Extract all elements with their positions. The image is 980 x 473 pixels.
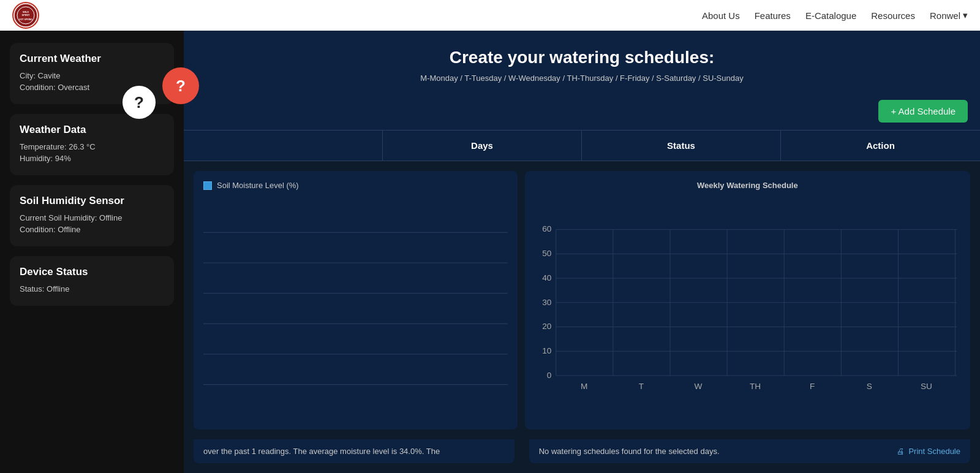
user-menu[interactable]: Ronwel ▾ xyxy=(930,10,968,21)
svg-text:20: 20 xyxy=(542,322,552,331)
city-label: City: Cavite xyxy=(20,71,164,80)
about-us-link[interactable]: About Us xyxy=(702,10,740,21)
bottom-info: over the past 1 readings. The average mo… xyxy=(184,439,980,473)
navbar: WILD SPIRIT HOT SPRING About Us Features… xyxy=(0,0,980,31)
bottom-right-info: No watering schedules found for the sele… xyxy=(529,439,970,463)
charts-area: Soil Moisture Level (%) Weekly xyxy=(184,161,980,439)
svg-text:M: M xyxy=(581,382,587,391)
right-chart-canvas: 60 50 40 30 20 10 0 xyxy=(535,196,960,420)
device-status-card: Device Status Status: Offline xyxy=(10,256,174,306)
soil-humidity-title: Soil Humidity Sensor xyxy=(20,195,164,207)
weather-data-card: Weather Data Temperature: 26.3 °C Humidi… xyxy=(10,114,174,175)
svg-text:HOT SPRING: HOT SPRING xyxy=(19,18,32,21)
user-name: Ronwel xyxy=(930,10,960,21)
printer-icon: 🖨 xyxy=(897,447,905,456)
current-weather-title: Current Weather xyxy=(20,53,164,65)
weather-data-title: Weather Data xyxy=(20,124,164,136)
chart-legend: Soil Moisture Level (%) xyxy=(203,181,508,190)
features-link[interactable]: Features xyxy=(755,10,791,21)
add-schedule-label: + Add Schedule xyxy=(891,106,956,116)
current-soil-label: Current Soil Humidity: Offline xyxy=(20,213,164,222)
svg-text:TH: TH xyxy=(750,382,761,391)
svg-text:30: 30 xyxy=(542,298,552,307)
chart-left-title: Soil Moisture Level (%) xyxy=(217,181,299,190)
help-icon-red[interactable]: ? xyxy=(162,67,199,104)
chevron-down-icon: ▾ xyxy=(963,10,968,21)
device-status-title: Device Status xyxy=(20,266,164,278)
add-schedule-button[interactable]: + Add Schedule xyxy=(878,100,968,123)
table-header: Days Status Action xyxy=(184,130,980,161)
sidebar: ? ? Current Weather City: Cavite Conditi… xyxy=(0,31,184,473)
navbar-links: About Us Features E-Catalogue Resources … xyxy=(702,10,968,21)
svg-text:W: W xyxy=(694,382,702,391)
svg-text:10: 10 xyxy=(542,346,552,355)
svg-text:T: T xyxy=(638,382,644,391)
svg-text:0: 0 xyxy=(546,371,551,380)
soil-humidity-card: Soil Humidity Sensor Current Soil Humidi… xyxy=(10,185,174,246)
soil-moisture-chart: Soil Moisture Level (%) xyxy=(194,171,518,429)
left-chart-canvas xyxy=(203,197,508,420)
device-status-label: Status: Offline xyxy=(20,284,164,293)
soil-condition-label: Condition: Offline xyxy=(20,225,164,234)
no-schedule-text: No watering schedules found for the sele… xyxy=(539,447,720,456)
add-schedule-row: + Add Schedule xyxy=(184,93,980,130)
day-legend: M-Monday / T-Tuesday / W-Wednesday / TH-… xyxy=(196,74,968,83)
ecatalogue-link[interactable]: E-Catalogue xyxy=(805,10,856,21)
left-chart-svg xyxy=(203,197,508,420)
svg-text:50: 50 xyxy=(542,249,552,258)
page-header: Create your watering schedules: M-Monday… xyxy=(184,31,980,93)
svg-text:SPIRIT: SPIRIT xyxy=(22,13,30,17)
bottom-left-info: over the past 1 readings. The average mo… xyxy=(194,439,514,463)
temperature-label: Temperature: 26.3 °C xyxy=(20,142,164,151)
svg-text:F: F xyxy=(810,382,815,391)
main-layout: ? ? Current Weather City: Cavite Conditi… xyxy=(0,31,980,473)
legend-box xyxy=(203,181,212,190)
weekly-watering-chart: Weekly Watering Schedule 60 50 40 30 20 … xyxy=(525,171,970,429)
table-col-0 xyxy=(184,131,383,161)
bottom-left-text: over the past 1 readings. The average mo… xyxy=(203,447,440,456)
table-col-days: Days xyxy=(383,131,582,161)
humidity-label: Humidity: 94% xyxy=(20,154,164,163)
chart-right-title: Weekly Watering Schedule xyxy=(535,181,960,190)
help-icon-white[interactable]: ? xyxy=(123,86,156,119)
table-col-status: Status xyxy=(582,131,781,161)
resources-link[interactable]: Resources xyxy=(871,10,915,21)
table-col-action: Action xyxy=(781,131,980,161)
print-schedule-button[interactable]: 🖨 Print Schedule xyxy=(897,447,960,456)
svg-text:SU: SU xyxy=(921,382,932,391)
help-white-label: ? xyxy=(134,93,144,112)
main-content: Create your watering schedules: M-Monday… xyxy=(184,31,980,473)
page-title: Create your watering schedules: xyxy=(196,48,968,67)
svg-text:60: 60 xyxy=(542,224,552,233)
help-red-label: ? xyxy=(176,77,186,96)
print-label: Print Schedule xyxy=(908,447,960,456)
right-chart-svg: 60 50 40 30 20 10 0 xyxy=(535,196,960,420)
svg-text:S: S xyxy=(866,382,872,391)
logo: WILD SPIRIT HOT SPRING xyxy=(12,2,39,29)
svg-text:40: 40 xyxy=(542,273,552,282)
